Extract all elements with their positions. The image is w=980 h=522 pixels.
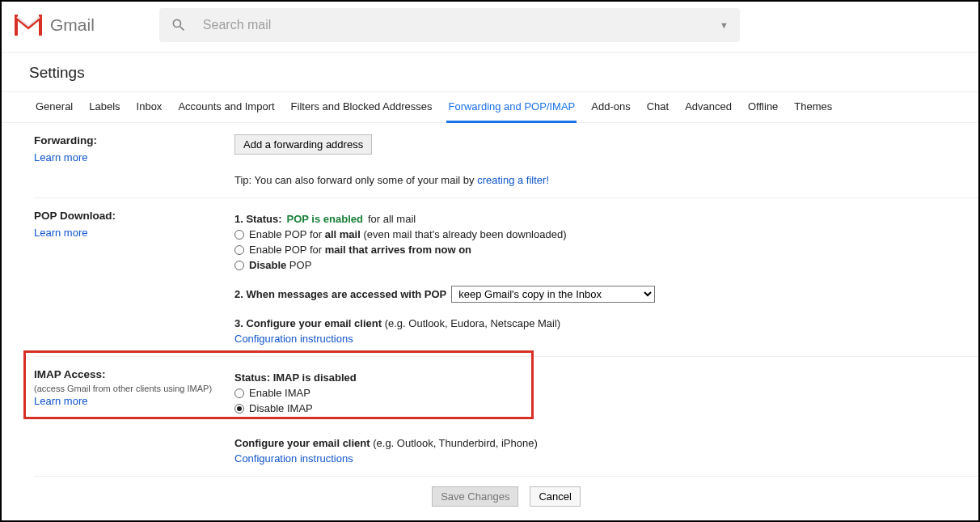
gmail-m-icon	[15, 15, 42, 36]
pop-radio-allmail[interactable]: Enable POP for all mail (even mail that'…	[234, 228, 978, 240]
save-changes-button[interactable]: Save Changes	[432, 486, 518, 507]
pop-radio-disable[interactable]: Disable POP	[234, 259, 978, 271]
search-options-dropdown-icon[interactable]: ▼	[720, 20, 729, 30]
pop-title: POP Download:	[34, 210, 234, 222]
forwarding-tip-text: Tip: You can also forward only some of y…	[234, 174, 477, 186]
imap-learn-more-link[interactable]: Learn more	[34, 395, 87, 407]
radio-icon	[234, 388, 244, 398]
footer-buttons: Save Changes Cancel	[34, 477, 978, 520]
imap-cfg-a: Configure your email client	[234, 437, 370, 449]
tab-general[interactable]: General	[34, 92, 74, 122]
pop-r2-a: Enable POP for	[249, 244, 325, 256]
pop-access-line: 2. When messages are accessed with POP k…	[234, 286, 978, 303]
search-input[interactable]	[201, 17, 606, 33]
page-title: Settings	[2, 53, 978, 91]
cancel-button[interactable]: Cancel	[530, 486, 580, 507]
forwarding-learn-more-link[interactable]: Learn more	[34, 151, 87, 163]
imap-disable-label: Disable IMAP	[249, 402, 313, 414]
pop-s3-a: 3. Configure your email client	[234, 317, 382, 329]
pop-r1-c: (even mail that's already been downloade…	[361, 228, 567, 240]
radio-icon	[234, 230, 244, 240]
settings-content: Forwarding: Learn more Add a forwarding …	[2, 123, 978, 520]
pop-learn-more-link[interactable]: Learn more	[34, 227, 87, 239]
tab-labels[interactable]: Labels	[87, 92, 121, 122]
imap-cfg-b: (e.g. Outlook, Thunderbird, iPhone)	[370, 437, 538, 449]
header-bar: Gmail ▼	[2, 2, 978, 53]
add-forwarding-address-button[interactable]: Add a forwarding address	[234, 134, 372, 155]
pop-status-suffix: for all mail	[368, 213, 416, 225]
pop-status-prefix: 1. Status:	[234, 213, 282, 225]
tab-addons[interactable]: Add-ons	[589, 92, 632, 122]
imap-enable-label: Enable IMAP	[249, 387, 310, 399]
pop-r1-b: all mail	[325, 228, 361, 240]
forwarding-tip: Tip: You can also forward only some of y…	[234, 174, 978, 186]
pop-config-instructions-link[interactable]: Configuration instructions	[234, 333, 353, 345]
search-icon	[171, 17, 187, 33]
imap-configure-line: Configure your email client (e.g. Outloo…	[234, 437, 978, 449]
imap-config-instructions-link[interactable]: Configuration instructions	[234, 452, 353, 465]
gmail-logo[interactable]: Gmail	[15, 15, 95, 36]
settings-tabs: General Labels Inbox Accounts and Import…	[2, 91, 978, 123]
radio-icon-selected	[234, 404, 244, 414]
tab-advanced[interactable]: Advanced	[683, 92, 733, 122]
pop-configure-line: 3. Configure your email client (e.g. Out…	[234, 317, 978, 329]
tab-themes[interactable]: Themes	[792, 92, 834, 122]
tab-filters[interactable]: Filters and Blocked Addresses	[289, 92, 434, 122]
imap-radio-enable[interactable]: Enable IMAP	[234, 387, 978, 399]
imap-title: IMAP Access:	[34, 368, 234, 380]
pop-status-line: 1. Status: POP is enabled for all mail	[234, 213, 978, 225]
pop-s2-label: 2. When messages are accessed with POP	[234, 288, 446, 300]
forwarding-title: Forwarding:	[34, 134, 234, 146]
pop-r3-a: Disable	[249, 259, 286, 271]
section-pop: POP Download: Learn more 1. Status: POP …	[34, 198, 978, 357]
imap-status: Status: IMAP is disabled	[234, 371, 978, 384]
pop-r2-b: mail that arrives from now on	[325, 244, 471, 256]
pop-access-select[interactable]: keep Gmail's copy in the Inbox	[451, 286, 655, 303]
tab-chat[interactable]: Chat	[645, 92, 670, 122]
pop-r3-b: POP	[286, 259, 311, 271]
pop-s3-b: (e.g. Outlook, Eudora, Netscape Mail)	[382, 317, 560, 329]
imap-radio-disable[interactable]: Disable IMAP	[234, 402, 978, 414]
pop-r1-a: Enable POP for	[249, 228, 325, 240]
pop-status-value: POP is enabled	[287, 213, 363, 225]
pop-radio-fromnow[interactable]: Enable POP for mail that arrives from no…	[234, 244, 978, 256]
tab-offline[interactable]: Offline	[746, 92, 779, 122]
radio-icon	[234, 245, 244, 255]
imap-subtext: (access Gmail from other clients using I…	[34, 384, 234, 393]
create-filter-link[interactable]: creating a filter!	[477, 174, 549, 186]
tab-forwarding-pop-imap[interactable]: Forwarding and POP/IMAP	[446, 92, 577, 123]
tab-inbox[interactable]: Inbox	[135, 92, 164, 122]
radio-icon	[234, 261, 244, 270]
section-forwarding: Forwarding: Learn more Add a forwarding …	[34, 123, 978, 198]
search-bar[interactable]: ▼	[159, 8, 740, 42]
app-name: Gmail	[50, 15, 95, 35]
tab-accounts[interactable]: Accounts and Import	[176, 92, 276, 122]
section-imap: IMAP Access: (access Gmail from other cl…	[34, 357, 978, 477]
